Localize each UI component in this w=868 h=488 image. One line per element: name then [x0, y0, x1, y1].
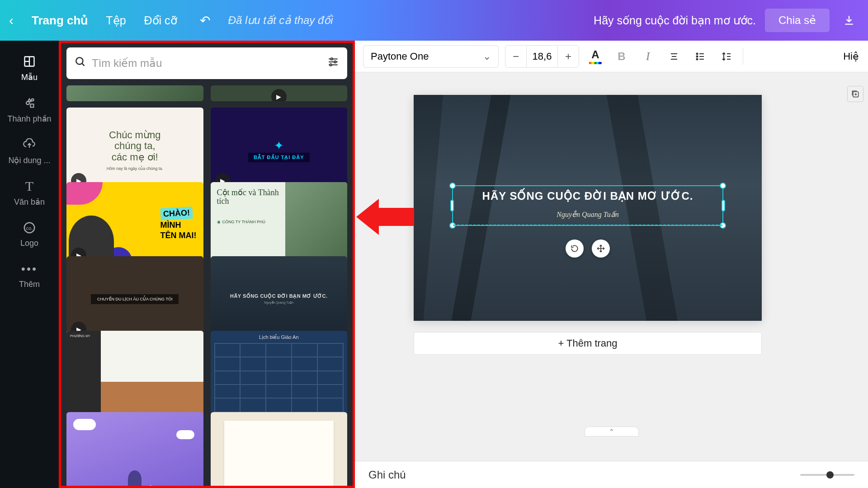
font-family-value: Paytone One — [371, 51, 429, 62]
zoom-track[interactable] — [800, 474, 854, 476]
svg-point-21 — [697, 58, 698, 60]
download-icon — [843, 14, 855, 26]
list-button[interactable] — [690, 47, 710, 66]
annotation-arrow — [356, 194, 415, 241]
sidebar-more[interactable]: ••• Thêm — [0, 255, 59, 296]
template-card[interactable]: CHUYẾN DU LỊCH ÂU CỦA CHÚNG TÔI ▶ — [66, 256, 203, 342]
floating-tools — [566, 239, 610, 258]
share-button[interactable]: Chia sẻ — [765, 9, 830, 32]
resize-menu[interactable]: Đổi cỡ — [144, 14, 177, 27]
svg-point-12 — [330, 64, 331, 66]
font-family-select[interactable]: Paytone One ⌄ — [363, 45, 499, 68]
color-strip-icon — [589, 62, 602, 64]
pages-expand-handle[interactable]: ⌃ — [585, 427, 639, 436]
align-button[interactable] — [664, 47, 684, 66]
sidebar-text[interactable]: T Văn bản — [0, 172, 59, 214]
sidebar-logo[interactable]: co. Logo — [0, 214, 59, 255]
search-icon — [75, 56, 86, 71]
template-card[interactable]: CHÀO!MÌNHTÊN MAI! ▶ — [66, 182, 203, 267]
elements-icon — [22, 96, 37, 110]
svg-point-8 — [331, 58, 333, 60]
sidebar-label: Nội dung ... — [8, 155, 50, 165]
template-card[interactable]: Cột mốc và Thành tích ◉CÔNG TY THÀNH PHÚ — [211, 182, 348, 267]
svg-point-5 — [76, 57, 83, 64]
back-chevron-icon[interactable]: ‹ — [9, 13, 14, 28]
template-text: HÃY SỐNG CUỘC ĐỜI BẠN MƠ ƯỚC. — [230, 293, 328, 299]
template-card[interactable]: PHƯƠNG MY — [66, 331, 203, 416]
template-text: BẮT ĐẦU TẠI ĐÂY — [248, 153, 310, 162]
effects-button[interactable]: Hiệ — [843, 51, 860, 62]
font-size-increase[interactable]: + — [558, 50, 579, 63]
filter-icon[interactable] — [327, 56, 339, 71]
template-text: TÊN MAI! — [160, 231, 197, 240]
main-area: Mẫu Thành phần Nội dung ... T Văn bản co… — [0, 41, 868, 488]
text-color-button[interactable]: A — [585, 47, 605, 66]
sidebar-elements[interactable]: Thành phần — [0, 89, 59, 131]
resize-handle[interactable] — [450, 200, 454, 211]
move-button[interactable] — [592, 239, 610, 258]
template-card[interactable]: TÍNH TỪBAY NHẢY — [66, 412, 203, 486]
template-text: CHÀO! — [160, 206, 193, 221]
selection-box — [452, 185, 723, 226]
template-text: CHUYẾN DU LỊCH ÂU CỦA CHÚNG TÔI — [91, 294, 179, 304]
zoom-slider[interactable] — [800, 474, 854, 476]
templates-panel: ▶ Chúc mừngchúng ta,các mẹ ơi! Hôm nay l… — [59, 41, 355, 488]
sidebar-uploads[interactable]: Nội dung ... — [0, 131, 59, 172]
duplicate-page-icon[interactable] — [847, 86, 863, 102]
sidebar-label: Thêm — [19, 280, 40, 289]
font-size-group: − 18,6 + — [505, 45, 579, 68]
template-card[interactable]: HÃY SỐNG CUỘC ĐỜI BẠN MƠ ƯỚC. Nguyễn Qua… — [211, 256, 348, 342]
resize-handle[interactable] — [720, 183, 726, 189]
template-text: PHƯƠNG MY — [66, 331, 101, 416]
templates-partial-row: ▶ — [66, 85, 347, 101]
editor-toolbar: Paytone One ⌄ − 18,6 + A B I — [355, 41, 868, 72]
rotate-button[interactable] — [566, 239, 584, 258]
header-left-group: ‹ Trang chủ Tệp Đổi cỡ ↶ Đã lưu tất cả t… — [9, 13, 333, 28]
template-text: CÔNG TY THÀNH PHÚ — [222, 220, 266, 224]
italic-button[interactable]: I — [638, 47, 658, 66]
template-graphic: ✦ — [274, 139, 284, 153]
template-text: các mẹ ơi! — [112, 151, 158, 163]
editor-area: Paytone One ⌄ − 18,6 + A B I — [355, 41, 868, 488]
bottom-bar: Ghi chú — [355, 461, 868, 488]
sidebar-templates[interactable]: Mẫu — [0, 47, 59, 89]
sidebar-label: Văn bản — [14, 197, 45, 207]
zoom-thumb[interactable] — [826, 471, 834, 479]
template-card[interactable]: ▶ — [211, 85, 348, 101]
template-card[interactable]: ✦ BẮT ĐẦU TẠI ĐÂY ▶ — [211, 108, 348, 193]
bold-button[interactable]: B — [612, 47, 632, 66]
template-search-box — [66, 47, 347, 79]
template-card[interactable]: Lịch biểu Giáo An — [211, 331, 348, 416]
sidebar-label: Logo — [20, 239, 38, 248]
document-title[interactable]: Hãy sống cuộc đời bạn mơ ước. — [594, 14, 756, 27]
toolbar-divider — [743, 48, 743, 65]
chevron-down-icon: ⌄ — [483, 51, 491, 62]
template-search-input[interactable] — [92, 57, 322, 70]
resize-handle[interactable] — [449, 183, 456, 189]
template-text: Cột mốc và Thành tích — [217, 188, 279, 206]
sidebar-label: Mẫu — [21, 72, 38, 82]
notes-button[interactable]: Ghi chú — [368, 469, 406, 481]
template-card[interactable] — [211, 412, 348, 486]
home-link[interactable]: Trang chủ — [32, 14, 88, 28]
sidebar-label: Thành phần — [7, 114, 51, 124]
font-size-value[interactable]: 18,6 — [526, 46, 558, 67]
add-page-button[interactable]: + Thêm trang — [414, 332, 762, 355]
template-text: Nguyễn Quang Tuấn — [264, 301, 293, 305]
spacing-button[interactable] — [717, 47, 736, 66]
more-icon: ••• — [22, 262, 37, 276]
text-icon: T — [22, 179, 37, 193]
download-button[interactable] — [839, 10, 859, 31]
resize-handle[interactable] — [722, 200, 725, 211]
svg-text:co.: co. — [26, 225, 33, 231]
design-canvas[interactable]: HÃY SỐNG CUỘC ĐỜI BẠN MƠ ƯỚC. Nguyễn Qua… — [414, 95, 762, 321]
file-menu[interactable]: Tệp — [106, 14, 126, 27]
templates-grid: Chúc mừngchúng ta,các mẹ ơi! Hôm nay là … — [66, 101, 347, 486]
font-size-decrease[interactable]: − — [505, 50, 526, 63]
undo-icon[interactable]: ↶ — [200, 13, 210, 28]
header-right-group: Hãy sống cuộc đời bạn mơ ước. Chia sẻ — [594, 9, 859, 32]
logo-icon: co. — [22, 221, 37, 235]
template-card[interactable] — [66, 85, 203, 101]
template-card[interactable]: Chúc mừngchúng ta,các mẹ ơi! Hôm nay là … — [66, 108, 203, 193]
template-text: Lịch biểu Giáo An — [214, 334, 344, 340]
